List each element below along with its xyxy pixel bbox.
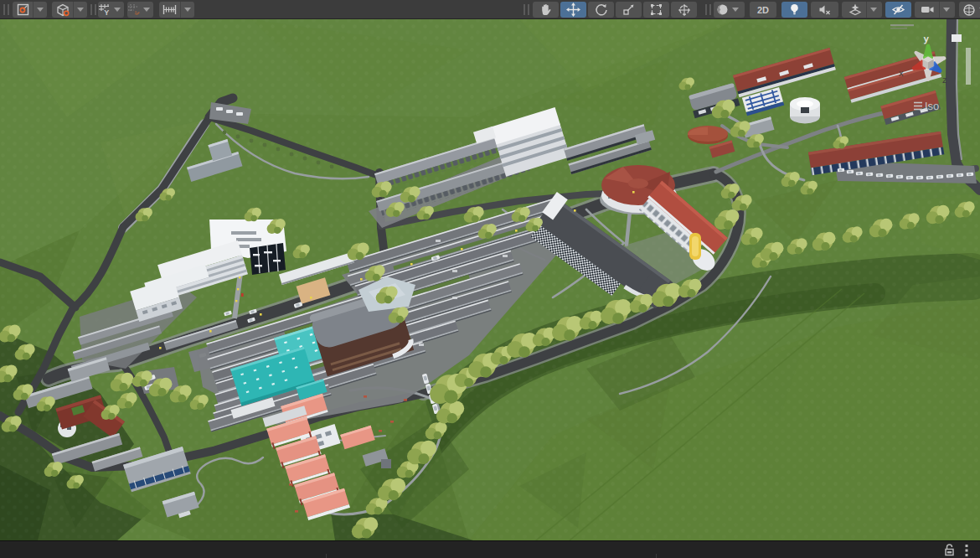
move-icon	[566, 2, 580, 18]
view-2d-toggle-button[interactable]: 2D	[750, 2, 776, 18]
svg-text:Y: Y	[104, 8, 109, 16]
toolbar-drag-handle[interactable]	[524, 4, 529, 15]
effects-button[interactable]	[842, 2, 882, 18]
rotate-tool-button[interactable]	[588, 2, 614, 18]
building-white-cylinder	[790, 97, 820, 124]
eye-hidden-icon	[891, 2, 905, 18]
grid-snap-icon	[127, 2, 140, 18]
gizmo-z-label: z	[942, 75, 947, 85]
rect-icon	[650, 2, 663, 18]
unlock-icon[interactable]	[944, 544, 955, 558]
rotate-icon	[595, 2, 608, 18]
move-tool-button[interactable]	[560, 2, 586, 18]
shaded-sphere-icon	[716, 2, 729, 18]
rotation-cube-icon	[52, 2, 73, 18]
dropdown-arrow-icon	[943, 8, 950, 12]
gizmos-menu-button[interactable]	[959, 2, 980, 18]
grid-snapping-button[interactable]	[127, 2, 153, 18]
dropdown-arrow-icon	[77, 8, 84, 12]
camera-icon	[917, 2, 939, 18]
transform-icon	[678, 2, 691, 18]
rect-tool-button[interactable]	[643, 2, 669, 18]
red-tank	[688, 126, 728, 144]
scene-toolbar: Y	[0, 0, 980, 19]
snap-increment-button[interactable]	[159, 2, 194, 18]
pivot-rect-icon	[13, 2, 33, 18]
grid-y-icon: Y	[98, 2, 111, 18]
kebab-menu-icon[interactable]	[965, 545, 968, 558]
transform-tool-button[interactable]	[671, 2, 697, 18]
toolbar-drag-handle[interactable]	[705, 4, 711, 15]
scene-visibility-button[interactable]	[885, 2, 911, 18]
edge-white-building	[966, 48, 971, 85]
scale-icon	[622, 2, 635, 18]
scene-audio-button[interactable]	[811, 2, 838, 18]
scene-viewport[interactable]: y x z Iso	[0, 19, 980, 540]
effects-icon	[844, 2, 866, 18]
tool-handle-position-button[interactable]	[13, 2, 47, 18]
view-2d-label: 2D	[757, 5, 769, 15]
projection-label[interactable]: Iso	[925, 100, 939, 112]
toolbar-drag-handle[interactable]	[90, 4, 96, 15]
toolbar-drag-handle[interactable]	[3, 4, 9, 15]
scene-lighting-button[interactable]	[781, 2, 807, 18]
scale-tool-button[interactable]	[616, 2, 642, 18]
unity-editor-window: Y	[0, 0, 980, 558]
grid-visibility-button[interactable]: Y	[98, 2, 124, 18]
light-bulb-icon	[789, 2, 800, 18]
dropdown-arrow-icon	[143, 8, 150, 12]
dropdown-arrow-icon	[184, 8, 191, 12]
camera-settings-button[interactable]	[915, 2, 955, 18]
gizmo-y-label: y	[924, 34, 929, 44]
dropdown-arrow-icon	[37, 8, 44, 12]
gizmo-sphere-icon	[962, 2, 976, 18]
yellow-balconies	[689, 233, 701, 260]
audio-muted-icon	[818, 2, 831, 18]
snap-ruler-icon	[159, 2, 180, 18]
view-tool-button[interactable]	[533, 2, 559, 18]
distant-white-building	[952, 34, 962, 42]
gizmo-x-label: x	[899, 69, 904, 79]
draw-mode-button[interactable]	[714, 2, 745, 18]
dropdown-arrow-icon	[114, 8, 121, 12]
dropdown-arrow-icon	[732, 8, 739, 12]
hand-icon	[539, 2, 552, 18]
tool-handle-rotation-button[interactable]	[52, 2, 87, 18]
bottom-panel-tab-bar	[0, 540, 980, 558]
dropdown-arrow-icon	[870, 8, 877, 12]
